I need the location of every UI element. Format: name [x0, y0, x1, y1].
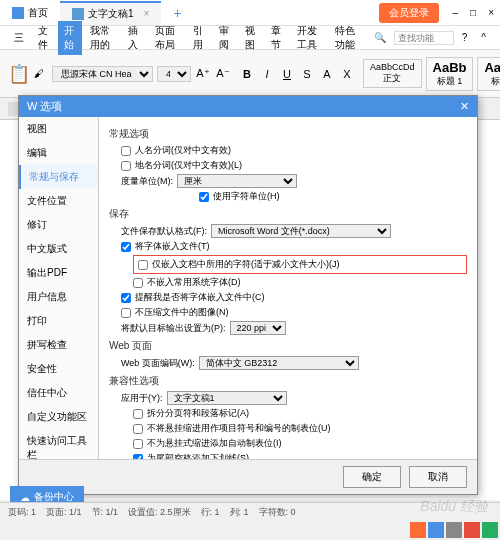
nav-spellcheck[interactable]: 拼写检查: [19, 333, 98, 357]
chk-name-split[interactable]: [121, 146, 131, 156]
nav-print[interactable]: 打印: [19, 309, 98, 333]
section-save: 保存: [109, 207, 467, 221]
menu-bar: 三 文件 开始 我常用的 插入 页面布局 引用 审阅 视图 章节 开发工具 特色…: [0, 26, 500, 50]
tray-icon-5[interactable]: [482, 522, 498, 538]
menu-hamburger[interactable]: 三: [8, 28, 30, 48]
dialog-nav: 视图 编辑 常规与保存 文件位置 修订 中文版式 输出PDF 用户信息 打印 拼…: [19, 117, 99, 459]
font-name-select[interactable]: 思源宋体 CN Hea: [52, 66, 153, 82]
search-box: 🔍 ? ^: [368, 29, 492, 46]
ok-button[interactable]: 确定: [343, 466, 401, 488]
close-icon[interactable]: ×: [144, 8, 150, 19]
ribbon: 📋 🖌 思源宋体 CN Hea 48 A⁺ A⁻ B I U S A X AaB…: [0, 50, 500, 98]
status-position: 设置值: 2.5厘米: [128, 506, 191, 519]
status-row: 行: 1: [201, 506, 220, 519]
dialog-titlebar: W 选项 ✕: [19, 96, 477, 117]
cancel-button[interactable]: 取消: [409, 466, 467, 488]
italic-button[interactable]: I: [259, 66, 275, 82]
nav-edit[interactable]: 编辑: [19, 141, 98, 165]
highlight-button[interactable]: X: [339, 66, 355, 82]
nav-quick-access[interactable]: 快速访问工具栏: [19, 429, 98, 459]
chk-embed-fonts[interactable]: [121, 242, 131, 252]
font-size-select[interactable]: 48: [157, 66, 191, 82]
search-icon: 🔍: [368, 29, 392, 46]
menu-view[interactable]: 视图: [239, 21, 263, 55]
font-color-button[interactable]: A: [319, 66, 335, 82]
status-chars: 字符数: 0: [259, 506, 296, 519]
chk-no-common-fonts[interactable]: [133, 278, 143, 288]
style-heading2[interactable]: AaBb(标题 2: [477, 57, 500, 91]
menu-file[interactable]: 文件: [32, 21, 56, 55]
underline-button[interactable]: U: [279, 66, 295, 82]
tray-icon-4[interactable]: [464, 522, 480, 538]
status-col: 列: 1: [230, 506, 249, 519]
nav-trust-center[interactable]: 信任中心: [19, 381, 98, 405]
style-heading1[interactable]: AaBb标题 1: [426, 57, 474, 91]
nav-view[interactable]: 视图: [19, 117, 98, 141]
chk-split-mark[interactable]: [133, 409, 143, 419]
nav-customize-ribbon[interactable]: 自定义功能区: [19, 405, 98, 429]
menu-start[interactable]: 开始: [58, 21, 82, 55]
doc-icon: [72, 8, 84, 20]
collapse-icon[interactable]: ^: [475, 29, 492, 46]
encoding-select[interactable]: 简体中文 GB2312: [199, 356, 359, 370]
tray-icon-3[interactable]: [446, 522, 462, 538]
save-format-select[interactable]: Microsoft Word 文件(*.docx): [211, 224, 391, 238]
menu-devtools[interactable]: 开发工具: [291, 21, 327, 55]
paste-icon[interactable]: 📋: [8, 63, 30, 85]
menu-chapter[interactable]: 章节: [265, 21, 289, 55]
system-tray: [408, 520, 500, 540]
chk-no-align-indent[interactable]: [133, 424, 143, 434]
font-grow-button[interactable]: A⁺: [195, 66, 211, 82]
window-close-icon[interactable]: ×: [482, 7, 500, 18]
section-general: 常规选项: [109, 127, 467, 141]
tray-icon-2[interactable]: [428, 522, 444, 538]
help-icon[interactable]: ?: [456, 29, 474, 46]
chk-addr-split[interactable]: [121, 161, 131, 171]
apply-to-select[interactable]: 文字文稿1: [167, 391, 287, 405]
wps-icon: [12, 7, 24, 19]
status-page-no: 页码: 1: [8, 506, 36, 519]
menu-insert[interactable]: 插入: [122, 21, 146, 55]
window-max-icon[interactable]: □: [464, 7, 482, 18]
menu-favorites[interactable]: 我常用的: [84, 21, 120, 55]
chk-no-compress-img[interactable]: [121, 308, 131, 318]
search-input[interactable]: [394, 31, 454, 45]
chk-char-unit[interactable]: [199, 192, 209, 202]
nav-cn-layout[interactable]: 中文版式: [19, 237, 98, 261]
status-pages: 页面: 1/1: [46, 506, 82, 519]
chk-prompt-embed[interactable]: [121, 293, 131, 303]
tray-icon-1[interactable]: [410, 522, 426, 538]
dialog-content: 常规选项 人名分词(仅对中文有效) 地名分词(仅对中文有效)(L) 度量单位(M…: [99, 117, 477, 459]
chk-no-auto-space[interactable]: [133, 439, 143, 449]
window-min-icon[interactable]: –: [447, 7, 465, 18]
options-dialog: W 选项 ✕ 视图 编辑 常规与保存 文件位置 修订 中文版式 输出PDF 用户…: [18, 95, 478, 495]
font-shrink-button[interactable]: A⁻: [215, 66, 231, 82]
resolution-select[interactable]: 220 ppi: [230, 321, 286, 335]
watermark: Baidu 经验: [420, 498, 488, 516]
menu-features[interactable]: 特色功能: [329, 21, 365, 55]
unit-select[interactable]: 厘米: [177, 174, 297, 188]
nav-revision[interactable]: 修订: [19, 213, 98, 237]
chk-embed-used-only[interactable]: [138, 260, 148, 270]
nav-user-info[interactable]: 用户信息: [19, 285, 98, 309]
menu-references[interactable]: 引用: [187, 21, 211, 55]
format-painter-icon[interactable]: 🖌: [34, 68, 44, 79]
section-web: Web 页面: [109, 339, 467, 353]
strike-button[interactable]: S: [299, 66, 315, 82]
nav-general-save[interactable]: 常规与保存: [19, 165, 98, 189]
status-section: 节: 1/1: [92, 506, 119, 519]
style-normal[interactable]: AaBbCcDd正文: [363, 59, 422, 88]
login-button[interactable]: 会员登录: [379, 3, 439, 23]
nav-file-location[interactable]: 文件位置: [19, 189, 98, 213]
section-compat: 兼容性选项: [109, 374, 467, 388]
nav-security[interactable]: 安全性: [19, 357, 98, 381]
menu-review[interactable]: 审阅: [213, 21, 237, 55]
cloud-icon: ☁: [20, 492, 30, 503]
bold-button[interactable]: B: [239, 66, 255, 82]
nav-output-pdf[interactable]: 输出PDF: [19, 261, 98, 285]
dialog-close-icon[interactable]: ✕: [460, 100, 469, 113]
menu-layout[interactable]: 页面布局: [149, 21, 185, 55]
